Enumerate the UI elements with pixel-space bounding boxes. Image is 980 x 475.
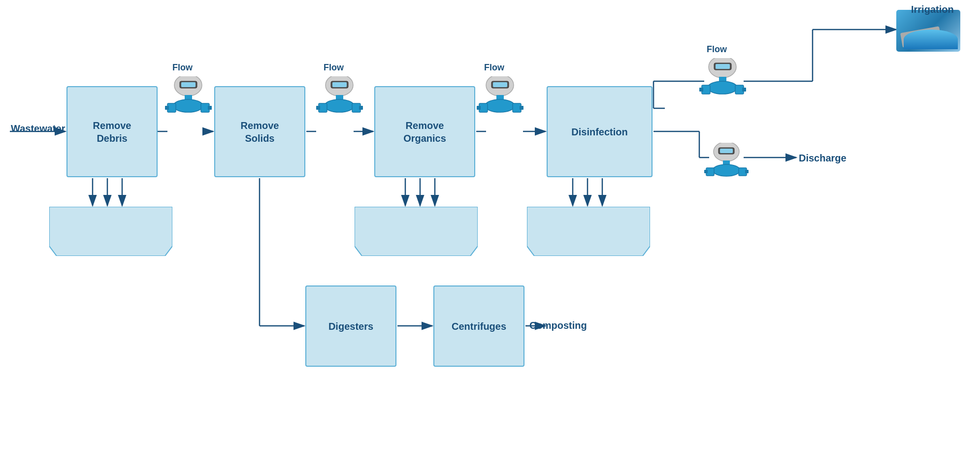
svg-rect-69 (699, 88, 703, 92)
flow-meter-1: Flow (165, 76, 212, 127)
flow-meter-3: Flow (477, 76, 523, 127)
flow-meter-discharge (704, 143, 749, 189)
remove-debris-box: Remove Debris (66, 86, 158, 177)
svg-rect-43 (208, 106, 212, 110)
svg-rect-64 (716, 64, 730, 69)
composting-label: Composting (529, 320, 587, 331)
svg-rect-52 (359, 106, 363, 110)
svg-point-75 (713, 164, 740, 176)
flow-label-2: Flow (324, 63, 344, 73)
svg-rect-37 (181, 82, 196, 87)
centrifuges-box: Centrifuges (433, 285, 524, 367)
svg-rect-61 (520, 106, 523, 110)
svg-rect-55 (493, 82, 507, 87)
svg-rect-60 (477, 106, 481, 110)
flow-meter-2: Flow (316, 76, 363, 127)
flow-label-1: Flow (172, 63, 193, 73)
svg-rect-70 (742, 88, 746, 92)
disinfection-box: Disinfection (547, 86, 653, 177)
svg-rect-79 (745, 170, 749, 173)
remove-organics-box: Remove Organics (374, 86, 475, 177)
collector-debris (49, 207, 172, 256)
irrigation-label: Irrigation (911, 4, 954, 15)
svg-marker-34 (527, 207, 650, 256)
svg-rect-73 (720, 149, 733, 153)
discharge-label: Discharge (799, 153, 847, 164)
svg-rect-78 (704, 170, 708, 173)
svg-rect-42 (165, 106, 169, 110)
collector-organics (355, 207, 478, 256)
flow-meter-4: Flow (699, 58, 746, 109)
svg-marker-33 (355, 207, 478, 256)
svg-rect-46 (332, 82, 347, 87)
svg-rect-51 (316, 106, 320, 110)
flow-label-4: Flow (707, 44, 727, 55)
irrigation-thumbnail (896, 10, 960, 52)
svg-point-48 (325, 99, 354, 112)
wastewater-label: Wastewater (11, 123, 65, 134)
remove-solids-box: Remove Solids (214, 86, 305, 177)
flow-label-3: Flow (484, 63, 504, 73)
collector-disinfection (527, 207, 650, 256)
svg-marker-32 (49, 207, 172, 256)
svg-point-57 (485, 99, 515, 112)
svg-point-39 (173, 99, 203, 112)
svg-point-66 (708, 81, 737, 94)
digesters-box: Digesters (305, 285, 396, 367)
